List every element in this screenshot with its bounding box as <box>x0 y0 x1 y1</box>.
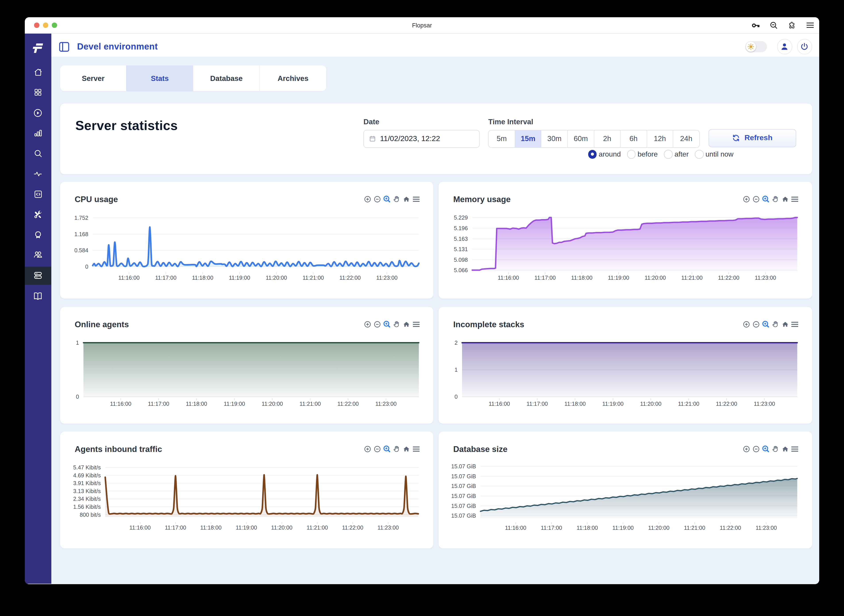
box-zoom-button[interactable] <box>762 445 769 453</box>
menu-lines-icon <box>791 446 798 452</box>
box-zoom-button[interactable] <box>762 195 769 203</box>
radio-before[interactable]: before <box>627 150 658 159</box>
zoom-in-button[interactable] <box>364 195 371 203</box>
power-icon <box>800 43 809 51</box>
pan-button[interactable] <box>393 445 400 453</box>
interval-12h[interactable]: 12h <box>646 130 673 147</box>
browser-zoom-button[interactable] <box>770 22 778 29</box>
chart-menu-button[interactable] <box>791 445 798 453</box>
radio-until-now[interactable]: until now <box>695 150 733 159</box>
zoom-out-button[interactable] <box>752 195 760 203</box>
logout-button[interactable] <box>797 39 812 54</box>
refresh-button[interactable]: Refresh <box>708 129 796 147</box>
sidebar-item-code[interactable] <box>25 185 51 203</box>
date-input[interactable] <box>380 135 474 143</box>
sidebar-item-docs[interactable] <box>25 287 51 305</box>
radio-around[interactable]: around <box>588 150 621 159</box>
magnifier-plus-icon <box>384 446 391 453</box>
box-zoom-button[interactable] <box>383 195 391 203</box>
zoom-in-button[interactable] <box>364 445 371 453</box>
zoom-out-button[interactable] <box>373 195 381 203</box>
radio-before-dot <box>627 150 635 159</box>
interval-15m[interactable]: 15m <box>515 130 541 147</box>
zoom-in-button[interactable] <box>743 320 750 328</box>
pan-button[interactable] <box>772 195 779 203</box>
magnifier-plus-icon <box>384 196 391 203</box>
tab-database[interactable]: Database <box>193 66 260 91</box>
sidebar-item-activity[interactable] <box>25 165 51 183</box>
sidebar-item-users[interactable] <box>25 246 51 264</box>
zoom-in-button[interactable] <box>743 445 750 453</box>
zoom-out-button[interactable] <box>752 445 760 453</box>
browser-menu-button[interactable] <box>806 22 814 29</box>
box-zoom-button[interactable] <box>383 445 391 453</box>
sidebar-item-tools[interactable] <box>25 205 51 223</box>
chart-modebar-cpu <box>364 195 420 203</box>
svg-text:11:16:00: 11:16:00 <box>489 400 510 406</box>
zoom-in-plus-icon <box>743 196 750 202</box>
zoom-in-button[interactable] <box>364 320 371 328</box>
interval-2h[interactable]: 2h <box>594 130 620 147</box>
pan-button[interactable] <box>393 195 400 203</box>
pan-button[interactable] <box>772 320 779 328</box>
pan-button[interactable] <box>393 320 400 328</box>
interval-24h[interactable]: 24h <box>673 130 699 147</box>
chart-menu-button[interactable] <box>412 445 420 453</box>
sidebar-item-dashboard[interactable] <box>25 84 51 101</box>
sidebar-item-certificates[interactable] <box>25 226 51 244</box>
interval-60m[interactable]: 60m <box>568 130 594 147</box>
sidebar-toggle-button[interactable] <box>59 41 70 53</box>
svg-text:11:23:00: 11:23:00 <box>755 274 776 281</box>
passwords-button[interactable] <box>752 22 759 29</box>
hand-icon <box>772 321 779 328</box>
user-menu-button[interactable] <box>777 39 792 54</box>
code-icon <box>34 190 43 199</box>
interval-5m[interactable]: 5m <box>489 130 515 147</box>
sidebar-item-statistics[interactable] <box>25 124 51 142</box>
svg-text:2.34 Kibit/s: 2.34 Kibit/s <box>73 496 101 502</box>
sidebar-item-home[interactable] <box>25 63 51 81</box>
interval-30m[interactable]: 30m <box>541 130 568 147</box>
zoom-out-button[interactable] <box>373 320 381 328</box>
menu-lines-icon <box>413 321 420 327</box>
reset-axes-button[interactable] <box>403 195 410 203</box>
chart-menu-button[interactable] <box>412 195 420 203</box>
reset-axes-button[interactable] <box>403 320 410 328</box>
chart-title-incomplete: Incomplete stacks <box>453 320 524 329</box>
tab-archives[interactable]: Archives <box>260 66 326 91</box>
extensions-button[interactable] <box>788 22 796 29</box>
chart-menu-button[interactable] <box>791 320 798 328</box>
sidebar-item-run[interactable] <box>25 104 51 122</box>
magnifier-plus-icon <box>762 321 769 328</box>
box-zoom-button[interactable] <box>383 320 391 328</box>
chart-menu-button[interactable] <box>791 195 798 203</box>
svg-text:11:17:00: 11:17:00 <box>534 274 556 281</box>
sidebar-item-server[interactable] <box>25 267 51 285</box>
sidebar-item-search[interactable] <box>25 144 51 163</box>
zoom-out-button[interactable] <box>373 445 381 453</box>
reset-axes-button[interactable] <box>781 445 789 453</box>
theme-toggle[interactable] <box>745 41 767 52</box>
reset-axes-button[interactable] <box>781 320 789 328</box>
docs-icon <box>34 291 43 301</box>
zoom-in-button[interactable] <box>743 195 750 203</box>
reset-axes-button[interactable] <box>781 195 789 203</box>
puzzle-icon <box>788 22 796 29</box>
svg-text:11:18:00: 11:18:00 <box>571 274 593 281</box>
box-zoom-button[interactable] <box>762 320 769 328</box>
date-input-box[interactable] <box>363 130 480 148</box>
svg-text:11:23:00: 11:23:00 <box>377 525 398 531</box>
tab-server[interactable]: Server <box>60 66 126 91</box>
zoom-out-button[interactable] <box>752 320 760 328</box>
svg-text:15.07 GiB: 15.07 GiB <box>451 512 476 519</box>
interval-6h[interactable]: 6h <box>620 130 646 147</box>
radio-after[interactable]: after <box>664 150 689 159</box>
svg-text:11:18:00: 11:18:00 <box>192 274 213 281</box>
svg-text:1.168: 1.168 <box>74 231 88 237</box>
svg-text:11:22:00: 11:22:00 <box>342 525 363 531</box>
pan-button[interactable] <box>772 445 779 453</box>
svg-text:11:22:00: 11:22:00 <box>337 400 359 406</box>
reset-axes-button[interactable] <box>403 445 410 453</box>
chart-menu-button[interactable] <box>412 320 420 328</box>
tab-stats[interactable]: Stats <box>126 66 193 91</box>
